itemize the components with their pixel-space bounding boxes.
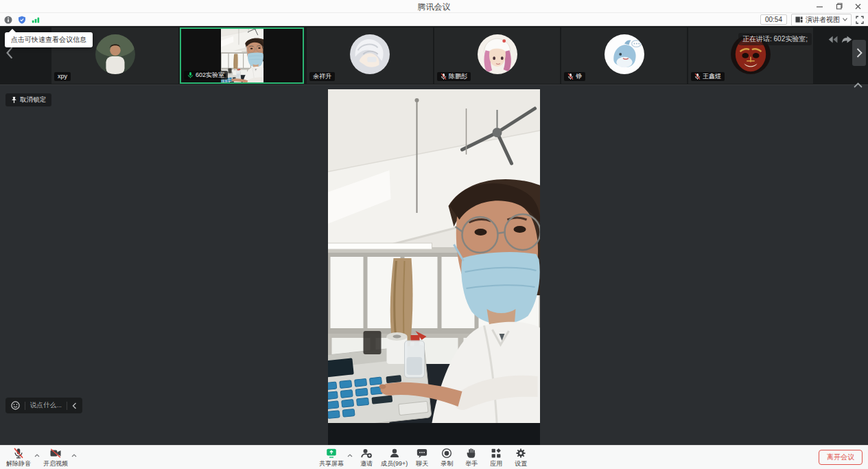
participant-name: 铮 xyxy=(576,73,582,80)
camera-off-icon xyxy=(49,447,62,459)
unmute-button[interactable]: 解除静音 xyxy=(4,447,33,467)
minimize-icon xyxy=(816,3,823,10)
share-screen-label: 共享屏幕 xyxy=(319,460,344,467)
avatar-anime-white-hair xyxy=(350,34,390,74)
share-screen-icon xyxy=(325,447,338,459)
chevron-left-icon[interactable] xyxy=(72,402,77,409)
quick-chat-bar[interactable]: 说点什么... xyxy=(5,398,82,413)
participant-name: 陈鹏彭 xyxy=(449,73,467,80)
invite-button[interactable]: 邀请 xyxy=(354,447,379,467)
network-signal-icon[interactable] xyxy=(32,16,40,24)
minimize-button[interactable] xyxy=(812,1,827,12)
apps-label: 应用 xyxy=(490,460,502,467)
participant-name-chip: 陈鹏彭 xyxy=(437,72,471,81)
view-mode-label: 演讲者视图 xyxy=(806,15,840,25)
record-label: 录制 xyxy=(441,460,453,467)
unpin-button[interactable]: 取消锁定 xyxy=(5,93,51,106)
pin-icon xyxy=(11,96,17,104)
chevron-down-icon xyxy=(843,18,847,21)
main-stage: 取消锁定 说点什么... xyxy=(0,85,868,445)
bottom-toolbar: 解除静音 开启视频 xyxy=(0,445,868,469)
speaker-view-icon xyxy=(795,16,803,23)
fullscreen-button[interactable] xyxy=(856,16,864,24)
security-shield-icon[interactable] xyxy=(18,16,26,24)
lab-video-frame xyxy=(328,89,540,445)
participant-tile-chenpengpeng[interactable]: 陈鹏彭 xyxy=(434,27,560,84)
participant-name-chip: 铮 xyxy=(564,72,585,81)
filmstrip-collapse-button[interactable] xyxy=(854,78,863,84)
unmute-label: 解除静音 xyxy=(6,460,31,467)
share-options-chevron[interactable] xyxy=(346,449,354,461)
chevron-up-icon xyxy=(854,82,863,88)
main-speaker-video[interactable] xyxy=(328,89,540,445)
mic-muted-icon xyxy=(12,447,25,459)
raise-hand-button[interactable]: 举手 xyxy=(459,447,484,467)
chevron-up-icon xyxy=(71,454,77,457)
meeting-timer: 00:54 xyxy=(760,14,787,25)
window-controls xyxy=(812,0,865,13)
participant-filmstrip: xpy 602实验室 xyxy=(0,26,868,85)
speaking-indicator: 正在讲话: 602实验室; xyxy=(738,33,812,45)
arrows-back-icon xyxy=(828,34,839,45)
participant-tile-yuxiangsheng[interactable]: 余祥升 xyxy=(307,27,433,84)
maximize-button[interactable] xyxy=(831,1,846,12)
mute-options-chevron[interactable] xyxy=(33,449,41,461)
participant-name-chip: 602实验室 xyxy=(184,71,228,80)
title-bar: 腾讯会议 xyxy=(0,0,868,13)
leave-meeting-button[interactable]: 离开会议 xyxy=(819,450,863,465)
settings-label: 设置 xyxy=(515,460,527,467)
chevron-up-icon xyxy=(34,454,40,457)
mic-muted-icon xyxy=(567,73,574,80)
chat-bubble-icon xyxy=(416,447,428,459)
participant-tile-602-lab[interactable]: 602实验室 xyxy=(180,27,304,84)
share-screen-button[interactable]: 共享屏幕 xyxy=(317,447,346,467)
mic-on-icon xyxy=(187,71,193,79)
settings-gear-icon xyxy=(515,447,527,459)
start-video-button[interactable]: 开启视频 xyxy=(41,447,70,467)
close-icon xyxy=(854,3,862,10)
participant-name-chip: xpy xyxy=(54,72,71,81)
participant-name-chip: 余祥升 xyxy=(309,72,335,81)
chat-label: 聊天 xyxy=(416,460,428,467)
app-title: 腾讯会议 xyxy=(0,1,868,13)
participant-name-chip: 王鑫煜 xyxy=(691,72,725,81)
divider xyxy=(67,402,67,410)
chevron-up-icon xyxy=(347,454,353,457)
video-options-chevron[interactable] xyxy=(70,449,78,461)
chevron-right-icon xyxy=(856,48,863,58)
arrow-forward-icon xyxy=(841,34,853,45)
members-icon xyxy=(388,447,401,459)
participant-tile-zheng[interactable]: 铮 xyxy=(561,27,687,84)
participant-name: 余祥升 xyxy=(313,73,331,80)
participant-name: 602实验室 xyxy=(196,71,224,79)
record-button[interactable]: 录制 xyxy=(434,447,459,467)
meeting-info-icon[interactable] xyxy=(4,16,12,24)
unpin-label: 取消锁定 xyxy=(20,95,46,104)
raise-hand-label: 举手 xyxy=(465,460,478,467)
filmstrip-scroll-left-button[interactable] xyxy=(5,47,14,59)
participant-name: 王鑫煜 xyxy=(703,73,721,80)
chat-input-placeholder[interactable]: 说点什么... xyxy=(30,401,62,410)
avatar-person-photo xyxy=(95,34,135,74)
chevron-left-icon xyxy=(5,47,14,59)
emoji-icon[interactable] xyxy=(11,401,20,410)
members-button[interactable]: 成员(99+) xyxy=(379,447,410,467)
members-label: 成员(99+) xyxy=(381,460,408,467)
fullscreen-icon xyxy=(856,16,864,24)
apps-grid-icon xyxy=(490,447,502,459)
mic-muted-icon xyxy=(694,73,701,80)
meeting-info-bar: 00:54 演讲者视图 xyxy=(0,13,868,26)
settings-button[interactable]: 设置 xyxy=(508,447,533,467)
invite-label: 邀请 xyxy=(360,460,373,467)
invite-person-icon xyxy=(360,447,373,459)
view-mode-selector[interactable]: 演讲者视图 xyxy=(791,14,852,26)
participant-name: xpy xyxy=(58,73,67,80)
record-icon xyxy=(441,447,453,459)
apps-button[interactable]: 应用 xyxy=(484,447,508,467)
close-button[interactable] xyxy=(850,1,865,12)
divider xyxy=(25,402,25,410)
avatar-dolphin-cartoon xyxy=(605,34,644,74)
filmstrip-scroll-right-button[interactable] xyxy=(852,40,866,66)
chat-button[interactable]: 聊天 xyxy=(410,447,434,467)
meeting-info-tooltip: 点击可快速查看会议信息 xyxy=(5,32,93,47)
